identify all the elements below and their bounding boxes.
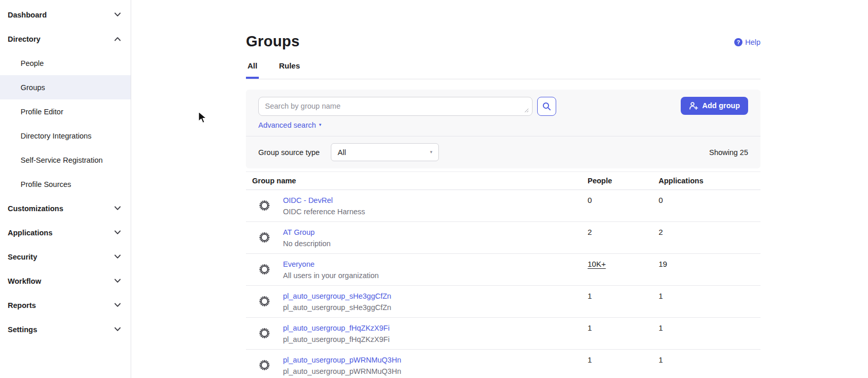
applications-count: 1 [652, 318, 760, 349]
filter-row: Group source type All ▾ Showing 25 [246, 136, 760, 168]
chevron-down-icon [114, 206, 121, 211]
group-sunburst-icon [259, 264, 270, 275]
table-row: AT Group No description 2 2 [246, 222, 760, 254]
sidebar-item-label: Reports [8, 301, 36, 310]
sidebar-item-label: Profile Sources [21, 180, 71, 188]
group-description: pl_auto_usergroup_sHe3ggCfZn [283, 302, 391, 313]
table-row: OIDC - DevRel OIDC reference Harness 0 0 [246, 190, 760, 222]
help-label: Help [745, 38, 760, 46]
applications-count: 19 [652, 254, 760, 285]
people-count-link[interactable]: 10K+ [588, 260, 606, 268]
group-description: OIDC reference Harness [283, 206, 365, 217]
add-group-label: Add group [702, 101, 740, 110]
question-circle-icon: ? [734, 38, 742, 46]
people-count: 2 [581, 222, 652, 253]
sidebar-item-directory-integrations[interactable]: Directory Integrations [0, 124, 131, 148]
sidebar-item-label: Directory [8, 35, 41, 43]
tab-rules[interactable]: Rules [277, 61, 302, 79]
group-name-link[interactable]: AT Group [283, 227, 315, 238]
sidebar-item-customizations[interactable]: Customizations [0, 196, 131, 220]
sidebar-item-dashboard[interactable]: Dashboard [0, 3, 131, 27]
sidebar-item-label: Customizations [8, 204, 63, 213]
group-description: All users in your organization [283, 270, 379, 281]
advanced-search-link[interactable]: Advanced search ▾ [246, 116, 760, 136]
table-header-row: Group name People Applications [246, 172, 760, 190]
chevron-down-icon [114, 230, 121, 235]
table-row: pl_auto_usergroup_pWRNMuQ3Hn pl_auto_use… [246, 350, 760, 378]
group-name-link[interactable]: Everyone [283, 259, 314, 270]
tab-all[interactable]: All [246, 61, 259, 79]
sidebar-item-directory[interactable]: Directory [0, 27, 131, 51]
sidebar-item-self-service-registration[interactable]: Self-Service Registration [0, 148, 131, 172]
search-button[interactable] [537, 97, 556, 116]
group-description: No description [283, 238, 331, 249]
resize-handle-icon[interactable] [524, 108, 529, 113]
search-filter-panel: Advanced search ▾ Add group Group source… [246, 90, 760, 168]
advanced-search-label: Advanced search [258, 121, 316, 129]
search-input[interactable] [258, 97, 533, 116]
chevron-down-icon [114, 254, 121, 259]
select-value: All [338, 148, 346, 157]
sidebar-item-label: Profile Editor [21, 108, 63, 116]
group-sunburst-icon [259, 296, 270, 307]
sidebar-item-people[interactable]: People [0, 51, 131, 75]
sidebar-item-label: Directory Integrations [21, 132, 92, 140]
group-name-link[interactable]: pl_auto_usergroup_sHe3ggCfZn [283, 290, 391, 302]
people-count: 0 [581, 190, 652, 221]
table-row: pl_auto_usergroup_fHqZKzX9Fi pl_auto_use… [246, 318, 760, 350]
sidebar-item-label: Dashboard [8, 11, 47, 19]
group-name-link[interactable]: OIDC - DevRel [283, 195, 333, 206]
caret-down-icon: ▾ [430, 150, 433, 154]
sidebar-item-groups[interactable]: Groups [0, 75, 131, 99]
table-row: Everyone All users in your organization … [246, 254, 760, 286]
group-sunburst-icon [259, 200, 270, 211]
chevron-down-icon [114, 279, 121, 283]
chevron-down-icon [114, 303, 121, 307]
group-name-link[interactable]: pl_auto_usergroup_pWRNMuQ3Hn [283, 354, 401, 366]
chevron-up-icon [114, 37, 121, 41]
groups-table: Group name People Applications OIDC - De… [246, 171, 760, 378]
sidebar-item-label: Self-Service Registration [21, 156, 103, 164]
applications-count: 1 [652, 350, 760, 378]
sidebar-item-security[interactable]: Security [0, 245, 131, 269]
sidebar-item-label: Groups [21, 83, 45, 92]
group-description: pl_auto_usergroup_pWRNMuQ3Hn [283, 366, 401, 377]
showing-count: Showing 25 [709, 148, 748, 157]
applications-count: 0 [652, 190, 760, 221]
col-header-people: People [581, 177, 652, 185]
people-count: 1 [581, 350, 652, 378]
col-header-group-name: Group name [246, 177, 581, 185]
sidebar-item-label: Applications [8, 229, 52, 237]
group-source-type-label: Group source type [258, 148, 320, 157]
sidebar-item-label: Security [8, 253, 37, 261]
applications-count: 2 [652, 222, 760, 253]
add-group-button[interactable]: Add group [681, 97, 748, 115]
caret-down-icon: ▾ [319, 123, 322, 127]
group-sunburst-icon [259, 359, 270, 371]
sidebar-item-label: People [21, 59, 44, 67]
chevron-down-icon [114, 327, 121, 332]
group-name-link[interactable]: pl_auto_usergroup_fHqZKzX9Fi [283, 322, 389, 334]
people-count: 1 [581, 286, 652, 317]
group-source-type-select[interactable]: All ▾ [331, 143, 439, 161]
sidebar-item-label: Settings [8, 325, 37, 334]
sidebar: Dashboard Directory People Groups Profil… [0, 0, 131, 378]
person-add-icon [689, 101, 698, 110]
page-title: Groups [246, 10, 760, 51]
group-sunburst-icon [259, 232, 270, 243]
sidebar-item-profile-sources[interactable]: Profile Sources [0, 172, 131, 196]
sidebar-item-workflow[interactable]: Workflow [0, 269, 131, 293]
sidebar-item-profile-editor[interactable]: Profile Editor [0, 99, 131, 124]
sidebar-item-label: Workflow [8, 277, 41, 285]
search-icon [542, 102, 551, 111]
sidebar-item-applications[interactable]: Applications [0, 220, 131, 245]
sidebar-item-reports[interactable]: Reports [0, 293, 131, 317]
help-link[interactable]: ? Help [734, 38, 760, 46]
applications-count: 1 [652, 286, 760, 317]
sidebar-item-settings[interactable]: Settings [0, 317, 131, 341]
group-description: pl_auto_usergroup_fHqZKzX9Fi [283, 334, 389, 345]
people-count: 1 [581, 318, 652, 349]
tab-bar: All Rules [246, 61, 760, 79]
chevron-down-icon [114, 12, 121, 17]
table-row: pl_auto_usergroup_sHe3ggCfZn pl_auto_use… [246, 286, 760, 318]
